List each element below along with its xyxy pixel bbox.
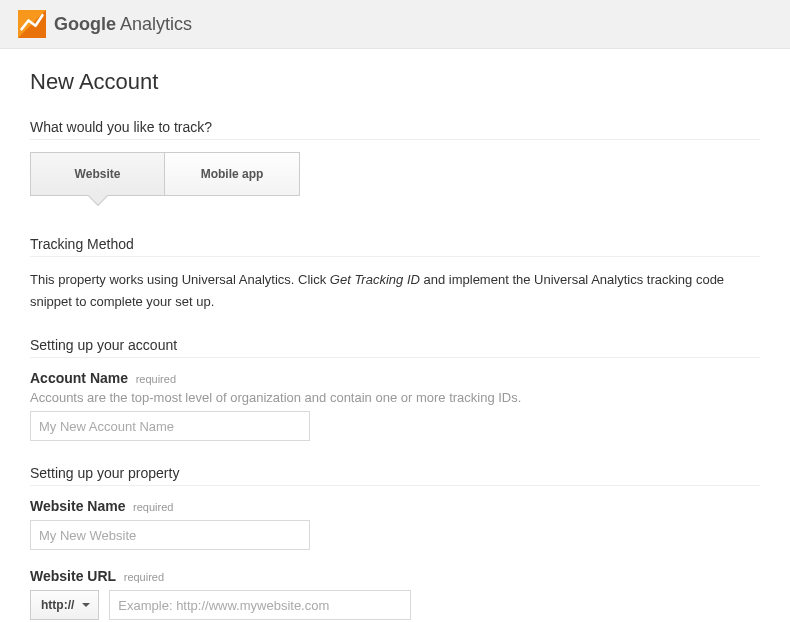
protocol-select[interactable]: http:// xyxy=(30,590,99,620)
toggle-mobile-label: Mobile app xyxy=(201,167,264,181)
track-toggle-group: Website Mobile app xyxy=(30,152,760,196)
track-heading: What would you like to track? xyxy=(30,119,212,135)
analytics-logo-icon xyxy=(18,10,46,38)
track-heading-row: What would you like to track? xyxy=(30,119,760,140)
website-name-block: Website Name required xyxy=(30,498,760,550)
website-name-required: required xyxy=(133,501,173,513)
toggle-website[interactable]: Website xyxy=(30,152,165,196)
account-name-label: Account Name xyxy=(30,370,128,386)
tracking-method-text: This property works using Universal Anal… xyxy=(30,269,760,313)
website-url-label: Website URL xyxy=(30,568,116,584)
brand-bold: Google xyxy=(54,14,116,34)
brand-text: Google Analytics xyxy=(54,14,192,35)
toggle-website-label: Website xyxy=(75,167,121,181)
protocol-value: http:// xyxy=(41,598,74,612)
main-content: New Account What would you like to track… xyxy=(0,49,790,622)
website-name-label: Website Name xyxy=(30,498,125,514)
tracking-method-heading: Tracking Method xyxy=(30,236,760,257)
website-url-block: Website URL required http:// xyxy=(30,568,760,620)
website-url-required: required xyxy=(124,571,164,583)
tm-text-emph: Get Tracking ID xyxy=(330,272,420,287)
account-name-block: Account Name required Accounts are the t… xyxy=(30,370,760,441)
account-name-input[interactable] xyxy=(30,411,310,441)
header-bar: Google Analytics xyxy=(0,0,790,49)
account-name-required: required xyxy=(136,373,176,385)
toggle-mobile-app[interactable]: Mobile app xyxy=(165,152,300,196)
setup-property-heading: Setting up your property xyxy=(30,465,760,486)
website-name-input[interactable] xyxy=(30,520,310,550)
account-name-hint: Accounts are the top-most level of organ… xyxy=(30,390,760,405)
tm-text-before: This property works using Universal Anal… xyxy=(30,272,330,287)
website-url-input[interactable] xyxy=(109,590,411,620)
brand-light: Analytics xyxy=(116,14,192,34)
caret-down-icon xyxy=(82,603,90,607)
setup-account-heading: Setting up your account xyxy=(30,337,760,358)
page-title: New Account xyxy=(30,69,760,95)
